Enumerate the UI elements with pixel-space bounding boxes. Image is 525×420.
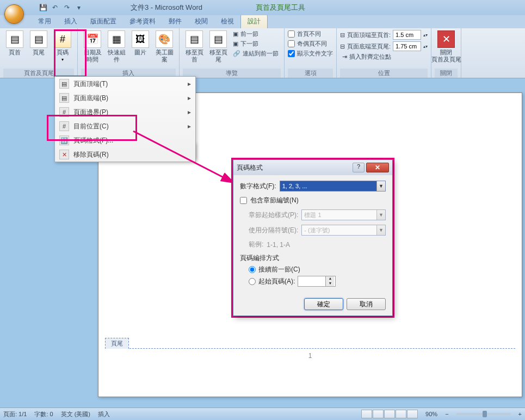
show-doc-label: 顯示文件文字	[297, 50, 333, 58]
page-number-icon: #	[54, 30, 71, 48]
format-icon: 🔢	[59, 135, 69, 145]
page-top-icon: ▤	[59, 79, 69, 89]
status-page[interactable]: 頁面: 1/1	[3, 410, 27, 418]
menu-item-current-position[interactable]: #目前位置(C)▸	[55, 119, 195, 133]
header-button[interactable]: ▤頁首	[3, 29, 26, 69]
example-label: 範例:	[249, 240, 263, 249]
spin-up-icon[interactable]: ▲	[326, 276, 334, 281]
footer-tab-label: 頁尾	[105, 338, 129, 349]
clipart-button[interactable]: 🎨美工圖案	[153, 29, 176, 69]
page-bottom-icon: ▤	[59, 93, 69, 103]
quickparts-icon: ▦	[108, 30, 125, 48]
menu-item-bottom-of-page[interactable]: ▤頁面底端(B)▸	[55, 91, 195, 105]
ribbon-group-navigation: ▤移至頁首 ▤移至頁尾 ▣前一節 ▣下一節 🔗連結到前一節 導覽	[180, 28, 285, 78]
tab-review[interactable]: 校閱	[188, 15, 214, 28]
redo-icon[interactable]: ↷	[62, 3, 72, 13]
view-buttons	[361, 410, 418, 418]
footer-button[interactable]: ▤頁尾	[27, 29, 50, 69]
ok-button[interactable]: 確定	[304, 298, 343, 310]
menu-item-page-margins[interactable]: #頁面邊界(P)▸	[55, 105, 195, 119]
diff-odd-even-checkbox[interactable]	[288, 40, 295, 47]
zoom-value[interactable]: 90%	[425, 411, 437, 417]
tab-references[interactable]: 參考資料	[123, 15, 162, 28]
dialog-help-button[interactable]: ?	[353, 163, 365, 172]
spin-down-icon[interactable]: ▼	[326, 281, 334, 286]
header-top-input[interactable]	[393, 30, 421, 40]
office-button[interactable]	[0, 0, 22, 15]
zoom-in-button[interactable]: +	[518, 411, 522, 417]
include-chapter-label: 包含章節編號(N)	[250, 196, 299, 205]
separator-combo: - (連字號) ▼	[301, 225, 386, 236]
menu-item-top-of-page[interactable]: ▤頁面頂端(T)▸	[55, 77, 195, 91]
view-outline-button[interactable]	[396, 410, 406, 418]
tab-insert[interactable]: 插入	[58, 15, 84, 28]
separator-label: 使用分隔符號(E):	[249, 226, 298, 235]
page-number-format-dialog: 頁碼格式 ? ✕ 數字格式(F): 1, 2, 3, ... ▼ 包含章節編號(…	[233, 159, 393, 316]
ruler-icon: ⊟	[340, 43, 345, 50]
close-header-footer-button[interactable]: ✕關閉 頁首及頁尾	[435, 29, 458, 69]
show-doc-text-checkbox[interactable]	[288, 50, 295, 57]
goto-footer-icon: ▤	[209, 30, 227, 48]
undo-icon[interactable]: ↶	[50, 3, 60, 13]
link-icon: 🔗	[233, 50, 240, 57]
view-web-layout-button[interactable]	[384, 410, 395, 418]
ribbon: ▤頁首 ▤頁尾 #頁碼▾ 頁首及頁尾 📅日期及 時間 ▦快速組件 🖼圖片 🎨美工…	[0, 28, 525, 78]
diff-first-checkbox[interactable]	[288, 30, 295, 38]
page-number-field[interactable]: 1	[308, 352, 312, 360]
cancel-button[interactable]: 取消	[347, 298, 386, 310]
status-insert-mode[interactable]: 插入	[98, 410, 110, 418]
tab-design[interactable]: 設計	[240, 14, 268, 28]
goto-footer-button[interactable]: ▤移至頁尾	[207, 29, 230, 69]
view-full-screen-button[interactable]	[373, 410, 384, 418]
dialog-title-text: 頁碼格式	[237, 163, 263, 172]
link-prev-button[interactable]: 🔗連結到前一節	[231, 49, 281, 58]
status-language[interactable]: 英文 (美國)	[61, 410, 90, 418]
start-at-label: 起始頁碼(A):	[258, 277, 295, 286]
chevron-right-icon: ▸	[188, 94, 191, 102]
start-at-spinner[interactable]: ▲▼	[298, 276, 336, 287]
tab-layout[interactable]: 版面配置	[84, 15, 123, 28]
chapter-style-label: 章節起始樣式(P):	[249, 211, 298, 220]
header-icon: ▤	[6, 30, 23, 48]
tab-view[interactable]: 檢視	[214, 15, 240, 28]
goto-header-button[interactable]: ▤移至頁首	[183, 29, 206, 69]
zoom-out-button[interactable]: −	[445, 411, 448, 417]
zoom-slider[interactable]	[456, 413, 511, 415]
group-label: 導覽	[183, 69, 281, 78]
view-draft-button[interactable]	[407, 410, 418, 418]
save-icon[interactable]: 💾	[38, 3, 48, 13]
number-format-value: 1, 2, 3, ...	[280, 183, 376, 189]
ribbon-group-insert: 📅日期及 時間 ▦快速組件 🖼圖片 🎨美工圖案 插入	[78, 28, 180, 78]
diff-odd-label: 奇偶頁不同	[297, 40, 327, 48]
example-value: 1-1, 1-A	[267, 241, 290, 249]
dialog-close-button[interactable]: ✕	[366, 163, 389, 172]
align-tab-button[interactable]: ⇥插入對齊定位點	[340, 52, 428, 61]
continue-radio[interactable]	[249, 266, 256, 273]
prev-section-button[interactable]: ▣前一節	[231, 29, 281, 39]
menu-item-remove-page-numbers[interactable]: ✕移除頁碼(R)	[55, 147, 195, 162]
tab-mailings[interactable]: 郵件	[162, 15, 188, 28]
chevron-down-icon[interactable]: ▼	[376, 181, 385, 191]
dialog-titlebar[interactable]: 頁碼格式 ? ✕	[233, 160, 392, 175]
zoom-slider-thumb[interactable]	[483, 411, 487, 417]
footer-bot-input[interactable]	[393, 41, 421, 51]
close-icon: ✕	[437, 30, 455, 48]
next-section-button[interactable]: ▣下一節	[231, 39, 281, 48]
qat-more-icon[interactable]: ▾	[74, 3, 84, 13]
status-word-count[interactable]: 字數: 0	[34, 410, 53, 418]
start-at-radio[interactable]	[249, 278, 256, 285]
datetime-button[interactable]: 📅日期及 時間	[81, 29, 104, 69]
menu-item-format-page-numbers[interactable]: 🔢頁碼格式(F)...	[55, 133, 195, 147]
number-format-combo[interactable]: 1, 2, 3, ... ▼	[280, 181, 386, 192]
start-at-input[interactable]	[298, 276, 325, 286]
remove-icon: ✕	[59, 150, 69, 159]
diff-first-label: 首頁不同	[297, 30, 321, 38]
include-chapter-checkbox[interactable]	[240, 197, 247, 204]
continue-label: 接續前一節(C)	[258, 265, 300, 274]
chapter-style-value: 標題 1	[302, 211, 376, 219]
page-number-button[interactable]: #頁碼▾	[51, 29, 74, 69]
view-print-layout-button[interactable]	[361, 410, 372, 418]
picture-button[interactable]: 🖼圖片	[129, 29, 152, 69]
quickparts-button[interactable]: ▦快速組件	[105, 29, 128, 69]
tab-home[interactable]: 常用	[32, 15, 58, 28]
